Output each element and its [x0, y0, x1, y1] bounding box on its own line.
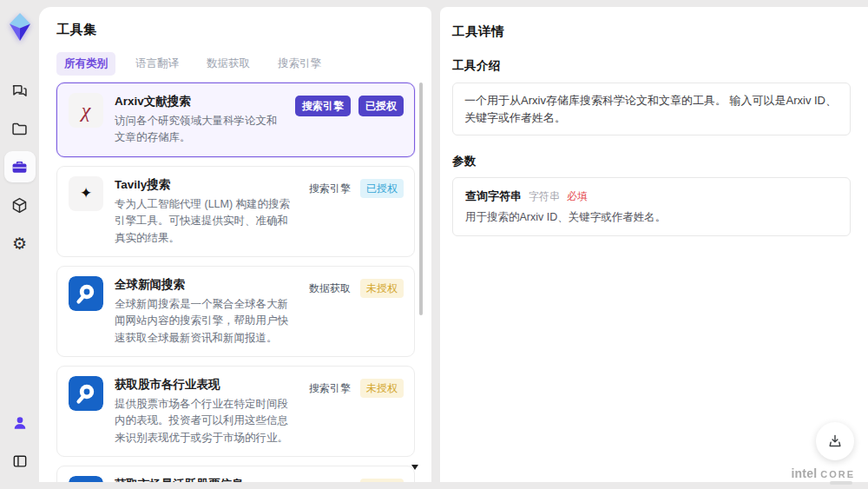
tool-card[interactable]: 获取股市各行业表现 提供股票市场各个行业在特定时间段内的表现。投资者可以利用这些… — [56, 366, 415, 457]
tool-category-badge: 搜索引擎 — [295, 96, 351, 116]
category-tab[interactable]: 所有类别 — [56, 52, 115, 76]
category-tab[interactable]: 搜索引擎 — [270, 52, 329, 76]
param-name: 查询字符串 — [465, 188, 522, 204]
param-required-badge: 必填 — [567, 189, 588, 204]
scrollbar-thumb[interactable] — [419, 83, 423, 315]
tool-name: 获取股市各行业表现 — [115, 377, 296, 393]
tool-card[interactable]: 全球新闻搜索 全球新闻搜索是一个聚合全球各大新闻网站内容的搜索引擎，帮助用户快速… — [56, 266, 415, 357]
tool-card[interactable]: ✦ Tavily搜索 专为人工智能代理 (LLM) 构建的搜索引擎工具。可快速提… — [56, 166, 415, 257]
tool-category-badge: 搜索引擎 — [307, 479, 352, 482]
tool-description: 专为人工智能代理 (LLM) 构建的搜索引擎工具。可快速提供实时、准确和真实的结… — [115, 196, 296, 247]
arxiv-chi-glyph: χ — [82, 100, 91, 121]
tool-category-badge: 数据获取 — [307, 279, 352, 298]
intro-box: 一个用于从Arxiv存储库搜索科学论文和文章的工具。 输入可以是Arxiv ID… — [452, 83, 851, 135]
param-description: 用于搜索的Arxiv ID、关键字或作者姓名。 — [465, 210, 838, 225]
tool-status-badge: 未授权 — [360, 479, 404, 482]
tool-category-badge: 搜索引擎 — [307, 379, 352, 398]
download-icon — [826, 433, 844, 450]
left-rail: ⚙ — [0, 0, 39, 489]
category-tab[interactable]: 数据获取 — [199, 52, 258, 76]
app-logo[interactable] — [7, 12, 33, 42]
details-title: 工具详情 — [452, 23, 851, 40]
tool-status-badge: 已授权 — [358, 96, 404, 116]
tool-category-badge: 搜索引擎 — [307, 179, 352, 198]
main-area: 工具集 所有类别 语言翻译 数据获取 搜索引擎 χ Arxiv文献搜索 访问各个… — [39, 0, 868, 489]
tools-panel: 工具集 所有类别 语言翻译 数据获取 搜索引擎 χ Arxiv文献搜索 访问各个… — [39, 7, 431, 482]
tool-name: Arxiv文献搜索 — [115, 94, 284, 109]
params-heading: 参数 — [452, 154, 851, 169]
param-box: 查询字符串 字符串 必填 用于搜索的Arxiv ID、关键字或作者姓名。 — [452, 177, 851, 236]
toolbox-icon[interactable] — [4, 151, 36, 182]
blue-search-icon — [69, 376, 103, 411]
tool-status-badge: 未授权 — [360, 279, 404, 298]
tool-name: 全球新闻搜索 — [115, 277, 296, 293]
gear-icon[interactable]: ⚙ — [4, 228, 36, 259]
cube-icon[interactable] — [4, 189, 36, 221]
scroll-down-arrow-icon[interactable] — [411, 465, 418, 470]
page-title: 工具集 — [56, 22, 415, 38]
category-tab[interactable]: 语言翻译 — [128, 52, 187, 76]
chat-icon[interactable] — [4, 75, 36, 106]
tool-card[interactable]: 获取市场最活跃股票信息 提供当天交易量最高的股票列表，投资者可以利用这些信息来识… — [56, 466, 415, 482]
tool-details-panel: 工具详情 工具介绍 一个用于从Arxiv存储库搜索科学论文和文章的工具。 输入可… — [440, 7, 868, 482]
sparkle-glyph: ✦ — [80, 186, 92, 201]
blue-search-icon — [69, 276, 103, 311]
tools-list: χ Arxiv文献搜索 访问各个研究领域大量科学论文和文章的存储库。 搜索引擎 … — [56, 83, 415, 482]
tool-status-badge: 已授权 — [360, 179, 404, 198]
tool-description: 全球新闻搜索是一个聚合全球各大新闻网站内容的搜索引擎，帮助用户快速获取全球最新资… — [115, 296, 296, 347]
category-tabs: 所有类别 语言翻译 数据获取 搜索引擎 — [56, 52, 415, 76]
tool-description: 访问各个研究领域大量科学论文和文章的存储库。 — [115, 113, 284, 147]
blue-search-icon — [69, 476, 103, 482]
download-button[interactable] — [816, 422, 854, 460]
intel-logo-sub-badge — [830, 481, 852, 485]
tool-name: Tavily搜索 — [115, 177, 296, 193]
tool-name: 获取市场最活跃股票信息 — [115, 477, 296, 482]
tool-description: 提供股票市场各个行业在特定时间段内的表现。投资者可以利用这些信息来识别表现优于或… — [115, 396, 296, 446]
sparkle-icon: ✦ — [69, 176, 103, 211]
tool-card[interactable]: χ Arxiv文献搜索 访问各个研究领域大量科学论文和文章的存储库。 搜索引擎 … — [56, 83, 415, 157]
user-icon[interactable] — [4, 407, 36, 439]
param-type: 字符串 — [529, 189, 560, 204]
intro-heading: 工具介绍 — [452, 58, 851, 74]
arxiv-icon: χ — [69, 93, 103, 128]
folder-icon[interactable] — [4, 113, 36, 144]
intel-core-logo: intel core — [791, 466, 855, 480]
tool-status-badge: 未授权 — [360, 379, 404, 398]
panel-toggle-icon[interactable] — [4, 446, 36, 477]
intro-text: 一个用于从Arxiv存储库搜索科学论文和文章的工具。 输入可以是Arxiv ID… — [464, 94, 837, 124]
